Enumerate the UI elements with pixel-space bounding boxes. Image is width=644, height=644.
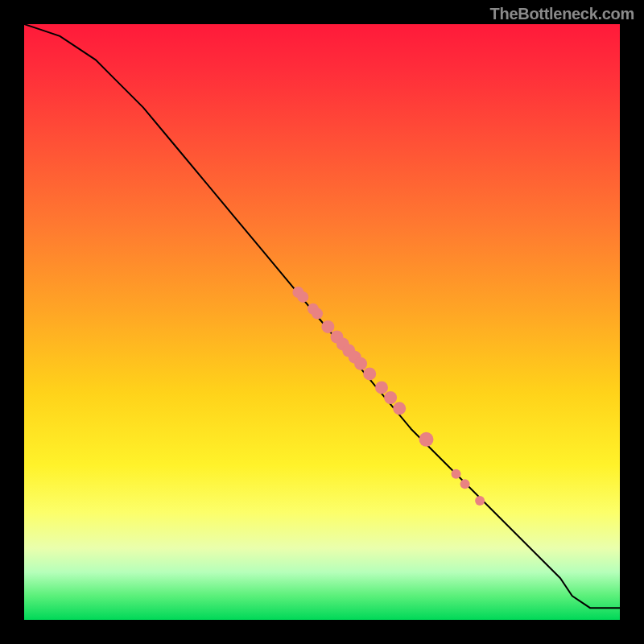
chart-stage: TheBottleneck.com: [0, 0, 644, 644]
gradient-background: [24, 24, 620, 620]
attribution-text: TheBottleneck.com: [490, 5, 634, 23]
